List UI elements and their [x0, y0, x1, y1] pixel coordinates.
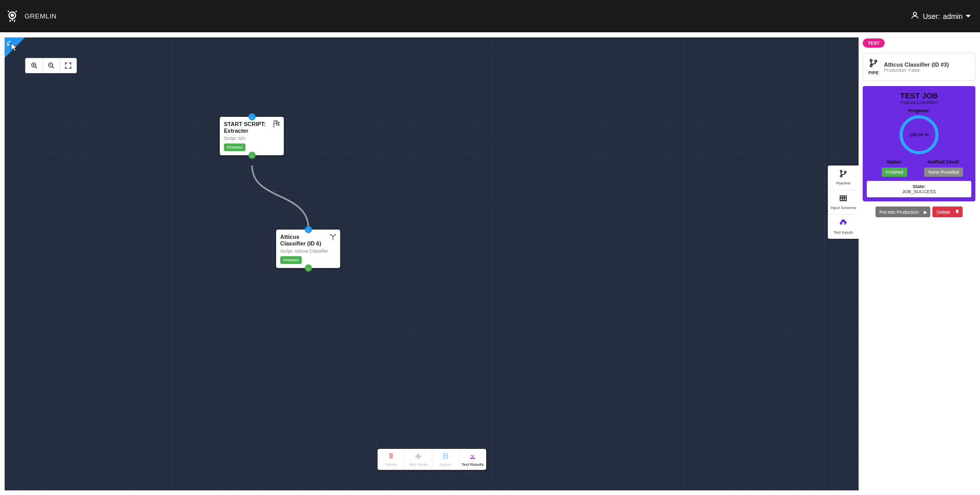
brand-text: GREMLIN — [25, 12, 57, 20]
pipe-icon: PIPE — [868, 58, 879, 75]
user-icon — [910, 11, 920, 22]
back-button[interactable]: ↶ — [5, 37, 25, 58]
side-tool-test-inputs[interactable]: Test Inputs — [828, 214, 859, 239]
plus-icon: ✚ — [407, 452, 430, 461]
job-subtitle: (Atticus Classifier) — [867, 100, 971, 105]
svg-point-2 — [913, 12, 916, 15]
svg-point-11 — [875, 60, 877, 62]
node-output-port[interactable]: ↓ — [248, 152, 256, 159]
pipeline-canvas[interactable]: ↶ ↓ START SCRIPT: Extracter — [5, 37, 859, 490]
actions-row: Put Into Production ▶ Delete — [863, 207, 975, 217]
zoom-in-button[interactable] — [26, 58, 43, 73]
toolbar-label: Export — [440, 462, 451, 467]
state-label: State: — [869, 184, 969, 189]
mode-pill: TEST — [863, 38, 885, 48]
toolbar-test-results-button[interactable]: Test Results — [459, 449, 486, 470]
node-input-port[interactable]: ↓ — [305, 226, 312, 233]
svg-point-6 — [840, 175, 842, 177]
pipe-label: PIPE — [868, 70, 879, 75]
job-progress-donut: 100.00 % — [900, 115, 939, 154]
pipeline-info-card: PIPE Atticus Classifier (ID #3) Producti… — [863, 53, 975, 81]
right-panel: TEST PIPE Atticus Classifier (ID #3) Pro… — [863, 37, 975, 490]
svg-point-5 — [840, 171, 842, 172]
email-label: Notified Email: — [919, 159, 968, 164]
pipeline-subtitle: Production: False — [884, 68, 949, 73]
node-output-port[interactable]: ↓ — [305, 264, 312, 272]
job-card: TEST JOB (Atticus Classifier) Progress: … — [863, 86, 975, 201]
job-status-row: Status: Finished Notified Email: None Pr… — [867, 159, 971, 177]
status-label: Status: — [870, 159, 919, 164]
svg-point-1 — [11, 14, 13, 16]
canvas-side-tools: Pipeline Input Schema Test Inputs — [828, 166, 859, 239]
side-tool-input-schema[interactable]: Input Schema — [828, 190, 859, 214]
pipeline-title: Atticus Classifier (ID #3) — [884, 61, 949, 68]
brand: GREMLIN — [5, 9, 57, 24]
brand-logo-icon — [5, 9, 19, 24]
zoom-fit-button[interactable] — [59, 58, 76, 73]
table-icon — [830, 194, 857, 204]
delete-pipeline-button[interactable]: Delete — [932, 207, 954, 217]
toolbar-label: Add Node — [409, 462, 428, 467]
trash-icon — [380, 452, 403, 461]
node-input-port[interactable]: ↓ — [248, 113, 256, 120]
node-status-badge: Finished — [280, 256, 302, 264]
side-tool-label: Input Schema — [830, 205, 856, 210]
chevron-down-icon — [966, 15, 971, 17]
status-badge: Finished — [882, 168, 907, 177]
node-title: START SCRIPT: Extracter — [224, 121, 280, 134]
toolbar-add-node-button[interactable]: ✚ Add Node — [405, 449, 432, 470]
svg-point-9 — [870, 59, 872, 61]
zoom-out-button[interactable] — [43, 58, 59, 73]
toolbar-export-button[interactable]: Export — [432, 449, 459, 470]
user-label-prefix: User: — [923, 12, 940, 20]
save-icon — [434, 452, 457, 461]
pipeline-node[interactable]: ↓ START SCRIPT: Extracter Script: N/A Fi… — [220, 117, 284, 155]
toolbar-label: Test Results — [462, 462, 484, 467]
job-title: TEST JOB — [867, 91, 971, 100]
back-arrow-icon: ↶ — [5, 38, 14, 49]
job-progress-label: Progress: — [867, 108, 971, 113]
zoom-controls — [25, 58, 77, 73]
toolbar-label: Delete — [385, 462, 397, 467]
job-progress-value: 100.00 % — [909, 132, 929, 137]
user-menu[interactable]: User: admin — [910, 11, 971, 22]
email-badge: None Provided — [924, 168, 963, 177]
job-state-box: State: JOB_SUCCESS — [867, 181, 971, 197]
main-area: ↶ ↓ START SCRIPT: Extracter — [5, 37, 975, 490]
user-name: admin — [943, 12, 963, 20]
git-branch-icon — [830, 170, 857, 179]
put-into-production-play-icon[interactable]: ▶ — [921, 207, 930, 217]
top-header: GREMLIN User: admin — [0, 0, 980, 32]
pipeline-node[interactable]: ↓ Atticus Classifier (ID 6) Script: Atti… — [276, 230, 340, 268]
cloud-upload-icon — [830, 219, 857, 229]
svg-point-7 — [844, 171, 846, 173]
svg-point-10 — [870, 65, 872, 67]
toolbar-delete-button[interactable]: Delete — [378, 449, 405, 470]
node-title: Atticus Classifier (ID 6) — [280, 234, 336, 247]
side-tool-label: Pipeline — [836, 181, 850, 185]
put-into-production-button[interactable]: Put Into Production — [875, 207, 923, 217]
node-script-label: Script: Atticus Classifier — [280, 249, 336, 254]
node-script-label: Script: N/A — [224, 136, 280, 141]
bottom-toolbar: Delete ✚ Add Node Export Test Results — [378, 449, 486, 470]
delete-pipeline-trash-icon[interactable] — [952, 207, 963, 217]
side-tool-pipeline[interactable]: Pipeline — [828, 166, 859, 190]
branch-icon — [329, 233, 337, 242]
flags-icon — [273, 120, 281, 130]
edge-line — [5, 37, 859, 490]
node-status-badge: Finished — [224, 143, 245, 151]
state-value: JOB_SUCCESS — [869, 189, 969, 194]
side-tool-label: Test Inputs — [833, 230, 853, 235]
download-icon — [462, 452, 484, 461]
mode-pill-wrap: TEST — [863, 37, 975, 48]
